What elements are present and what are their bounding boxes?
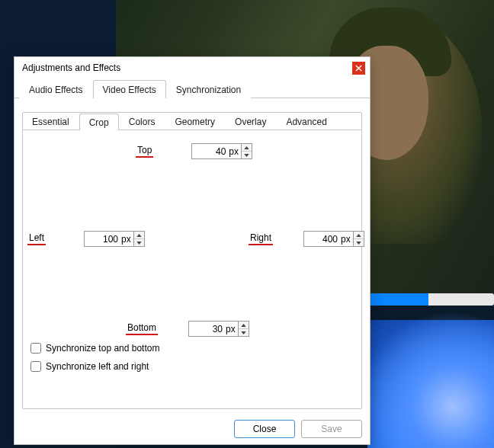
crop-right-unit: px — [341, 234, 353, 245]
chevron-up-icon — [244, 146, 249, 149]
tab-video-effects[interactable]: Video Effects — [93, 80, 166, 98]
chevron-up-icon — [356, 234, 361, 237]
save-button[interactable]: Save — [301, 420, 362, 438]
crop-left-spinner[interactable]: px — [84, 231, 145, 247]
crop-bottom-step-up[interactable] — [239, 322, 249, 329]
crop-right-row: Right px — [249, 231, 364, 247]
chevron-down-icon — [244, 154, 249, 157]
subtab-crop[interactable]: Crop — [79, 114, 119, 130]
desktop-background — [367, 320, 494, 448]
tab-synchronization[interactable]: Synchronization — [166, 80, 251, 98]
crop-right-label: Right — [249, 232, 273, 245]
tab-audio-effects[interactable]: Audio Effects — [19, 80, 93, 98]
sub-tab-bar: Essential Crop Colors Geometry Overlay A… — [22, 112, 361, 130]
main-tab-bar: Audio Effects Video Effects Synchronizat… — [14, 78, 370, 98]
crop-bottom-input[interactable] — [189, 324, 226, 334]
crop-top-step-down[interactable] — [242, 152, 252, 158]
crop-panel: Top px Left px — [23, 131, 361, 408]
crop-right-spinner[interactable]: px — [303, 231, 364, 247]
crop-right-step-up[interactable] — [354, 232, 364, 239]
sync-top-bottom-label: Synchronize top and bottom — [46, 343, 159, 354]
chevron-down-icon — [136, 242, 142, 245]
dialog-footer: Close Save — [14, 414, 370, 444]
crop-top-label: Top — [136, 145, 153, 158]
crop-left-step-up[interactable] — [134, 232, 144, 239]
close-button[interactable]: Close — [234, 420, 295, 438]
subtab-overlay[interactable]: Overlay — [225, 113, 276, 130]
crop-bottom-spinner[interactable]: px — [188, 321, 249, 337]
sync-left-right-checkbox[interactable] — [30, 361, 41, 372]
dialog-close-button[interactable] — [352, 62, 365, 75]
crop-left-row: Left px — [27, 231, 145, 247]
adjustments-effects-dialog: Adjustments and Effects Audio Effects Vi… — [14, 56, 370, 445]
crop-top-spinner[interactable]: px — [191, 143, 252, 159]
crop-top-input[interactable] — [192, 146, 229, 157]
crop-left-label: Left — [27, 232, 46, 245]
subtab-geometry[interactable]: Geometry — [165, 113, 225, 130]
crop-bottom-label: Bottom — [126, 322, 158, 335]
chevron-up-icon — [136, 234, 142, 237]
crop-top-step-up[interactable] — [242, 144, 252, 152]
sub-tab-container: Essential Crop Colors Geometry Overlay A… — [22, 112, 362, 409]
playback-progress-fill — [367, 293, 428, 306]
chevron-down-icon — [356, 242, 361, 245]
crop-top-unit: px — [229, 146, 241, 157]
crop-bottom-row: Bottom px — [126, 321, 249, 337]
crop-left-step-down[interactable] — [134, 239, 144, 246]
subtab-advanced[interactable]: Advanced — [276, 113, 336, 130]
subtab-colors[interactable]: Colors — [119, 113, 165, 130]
chevron-down-icon — [241, 331, 246, 334]
dialog-titlebar: Adjustments and Effects — [14, 57, 370, 78]
dialog-title: Adjustments and Effects — [22, 62, 352, 73]
crop-bottom-unit: px — [226, 324, 238, 334]
crop-right-input[interactable] — [304, 234, 341, 245]
crop-top-row: Top px — [136, 143, 252, 159]
sync-left-right-label: Synchronize left and right — [46, 361, 149, 372]
sync-top-bottom-checkbox[interactable] — [30, 343, 41, 354]
sync-left-right-row[interactable]: Synchronize left and right — [30, 361, 149, 372]
crop-bottom-step-down[interactable] — [239, 329, 249, 336]
crop-left-input[interactable] — [85, 234, 121, 245]
close-icon — [355, 65, 362, 72]
chevron-up-icon — [241, 324, 246, 327]
subtab-essential[interactable]: Essential — [22, 113, 79, 130]
sync-top-bottom-row[interactable]: Synchronize top and bottom — [30, 343, 159, 354]
crop-left-unit: px — [121, 234, 133, 245]
video-effects-body: Essential Crop Colors Geometry Overlay A… — [14, 98, 370, 417]
crop-right-step-down[interactable] — [354, 239, 364, 246]
